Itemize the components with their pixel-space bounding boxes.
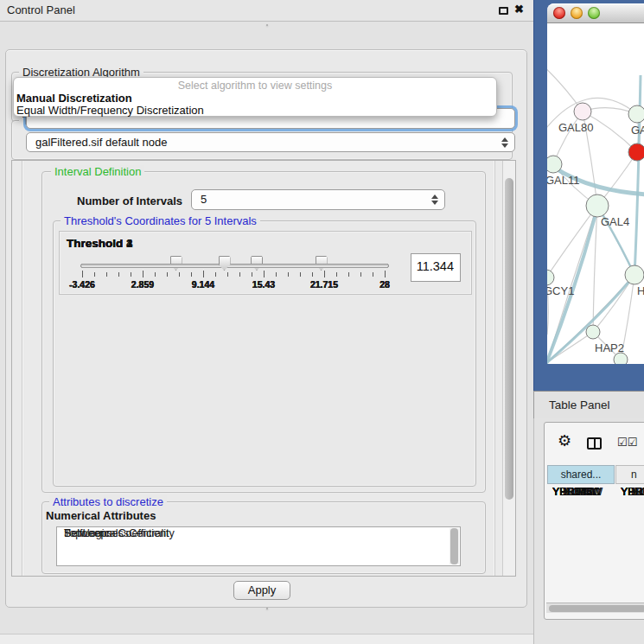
gear-icon[interactable]: ⚙ xyxy=(558,433,571,449)
spinner-arrows-icon xyxy=(431,194,438,205)
numerical-attributes-label: Numerical Attributes xyxy=(46,509,156,522)
table-panel-area: ⚙ ☑☑ shared... n YDL19...YDL1YDR27...YDR… xyxy=(533,418,644,644)
table-header-name[interactable]: n xyxy=(615,465,644,484)
close-traffic-light[interactable] xyxy=(553,7,565,19)
slider-track[interactable] xyxy=(80,264,389,268)
minimize-traffic-light[interactable] xyxy=(571,7,583,19)
slider-tick xyxy=(106,272,107,277)
slider-tick xyxy=(94,272,95,277)
table-header: shared... n xyxy=(546,465,644,484)
attributes-group-title: Attributes to discretize xyxy=(49,495,167,508)
network-node-hap2[interactable] xyxy=(586,325,600,339)
slider-scale-label: 2.859 xyxy=(124,279,162,290)
network-node-gal4[interactable] xyxy=(586,194,609,217)
slider-tick xyxy=(118,272,119,277)
node-label-ga: GA xyxy=(631,124,644,137)
slider-thumb[interactable] xyxy=(219,256,231,271)
tab-infer-network[interactable]: Infer Network xyxy=(267,609,268,609)
table-panel: ⚙ ☑☑ shared... n YDL19...YDL1YDR27...YDR… xyxy=(544,422,644,620)
number-of-intervals-label: Number of Intervals xyxy=(77,194,182,207)
spinner-arrows-icon xyxy=(501,137,508,148)
slider-tick xyxy=(336,272,337,277)
tab-discretize-data[interactable]: Discretize Data xyxy=(267,609,268,609)
network-node[interactable] xyxy=(628,143,644,161)
apply-button[interactable]: Apply xyxy=(233,581,290,600)
slider-scale-label: 15.43 xyxy=(245,279,283,290)
tab-network[interactable]: Network xyxy=(267,25,268,26)
slider-tick xyxy=(373,272,373,277)
list-scrollbar-thumb[interactable] xyxy=(450,528,458,564)
slider-tick xyxy=(203,271,204,277)
node-label-gal11: GAL11 xyxy=(547,174,580,187)
cell-name: YIL0 xyxy=(621,486,643,498)
zoom-traffic-light[interactable] xyxy=(588,7,600,19)
number-of-intervals-combobox[interactable]: 5 xyxy=(191,189,445,210)
tab-select[interactable]: Select xyxy=(267,25,268,26)
screen: Control Panel ✖ NetworkStyleSelectCyni T… xyxy=(0,0,644,644)
popup-item-manual-discretization[interactable]: Manual Discretization xyxy=(16,92,492,105)
attribute-item-betweennesscentrality[interactable]: BetweennessCentrality xyxy=(57,527,175,540)
node-label-gcy1: GCY1 xyxy=(547,284,574,297)
threshold-rows: Threshold 1-3.4262.8599.14415.4321.71528… xyxy=(59,232,472,488)
network-edge xyxy=(547,206,597,277)
network-node-h[interactable] xyxy=(625,265,644,284)
slider-tick xyxy=(276,272,277,277)
columns-icon[interactable] xyxy=(587,437,602,450)
top-tabs: NetworkStyleSelectCyni ToolboxjActiveMNo… xyxy=(266,24,268,26)
slider-tick xyxy=(385,271,386,277)
slider-tick xyxy=(288,272,289,277)
network-canvas[interactable]: GAL80GAGAL11GAL4GCY1HHAP2 xyxy=(547,23,644,364)
slider-scale-label: -3.426 xyxy=(63,279,101,290)
tab-cyni-toolbox[interactable]: Cyni Toolbox xyxy=(267,25,268,26)
pane-scrollbar-thumb[interactable] xyxy=(505,178,513,500)
float-window-icon[interactable] xyxy=(499,7,508,15)
close-icon[interactable]: ✖ xyxy=(514,3,524,16)
network-node-gal80[interactable] xyxy=(574,103,591,120)
slider-tick xyxy=(312,272,313,277)
tab-style[interactable]: Style xyxy=(267,25,268,26)
table-hscrollbar-thumb[interactable] xyxy=(549,605,644,612)
interval-definition-title: Interval Definition xyxy=(51,165,144,178)
network-window-titlebar[interactable] xyxy=(547,3,644,23)
slider-tick xyxy=(179,272,180,277)
node-label-gal80: GAL80 xyxy=(558,121,593,134)
tab-impute-data[interactable]: Impute Data xyxy=(267,609,268,609)
table-hscrollbar[interactable] xyxy=(546,603,644,613)
tab-jactivemnodules[interactable]: jActiveMNodules xyxy=(267,25,268,26)
slider-tick xyxy=(143,271,143,277)
algorithm-dropdown-popup: Select algorithm to view settings Manual… xyxy=(13,77,497,117)
slider-scale-label: 28 xyxy=(366,279,404,290)
slider-tick xyxy=(300,272,301,277)
slider-tick xyxy=(215,272,216,277)
slider-scale-label: 21.715 xyxy=(305,279,343,290)
popup-item-equal-width-frequency[interactable]: Equal Width/Frequency Discretization xyxy=(16,104,492,117)
network-node-gal11[interactable] xyxy=(547,156,562,173)
slider-tick xyxy=(131,272,131,277)
node-label-h: H xyxy=(637,284,644,297)
table-data-combobox[interactable]: galFiltered.sif default node xyxy=(26,132,515,152)
slider-tick xyxy=(360,272,361,277)
network-node-gcy1[interactable] xyxy=(547,270,554,285)
threshold-row-threshold-4: Threshold 4-3.4262.8599.14415.4321.71528… xyxy=(59,231,472,295)
thresholds-group: Threshold's Coordinates for 5 Intervals … xyxy=(53,220,476,487)
slider-tick xyxy=(227,272,228,277)
table-header-shared[interactable]: shared... xyxy=(547,465,615,484)
status-strip xyxy=(0,634,533,644)
node-label-gal4: GAL4 xyxy=(601,215,629,228)
settings-scrollpane: Interval Definition Number of Intervals … xyxy=(11,160,516,577)
table-data-combobox-value: galFiltered.sif default node xyxy=(35,133,167,152)
slider-tick xyxy=(252,272,252,277)
node-label-hap2: HAP2 xyxy=(595,341,624,354)
checkboxes-icon[interactable]: ☑☑ xyxy=(617,436,637,449)
numerical-attributes-list: SelfLoopsTopologicalCoefficientBetweenne… xyxy=(56,526,461,566)
table-panel-titlebar: Table Panel xyxy=(533,391,644,418)
network-view-window: GAL80GAGAL11GAL4GCY1HHAP2 xyxy=(547,3,644,364)
threshold-value-field[interactable]: 11.344 xyxy=(411,253,461,282)
cyni-toolbox-panel: Discretization Algorithm Table Data galF… xyxy=(5,49,527,608)
control-panel-titlebar: Control Panel ✖ xyxy=(0,0,533,22)
pane-scrollbar[interactable] xyxy=(502,161,515,576)
network-node-ga[interactable] xyxy=(628,105,644,123)
bottom-tabs: Impute DataDiscretize DataInfer Network xyxy=(266,608,268,609)
interval-definition-group: Interval Definition Number of Intervals … xyxy=(41,171,486,493)
list-scrollbar[interactable] xyxy=(450,528,459,564)
